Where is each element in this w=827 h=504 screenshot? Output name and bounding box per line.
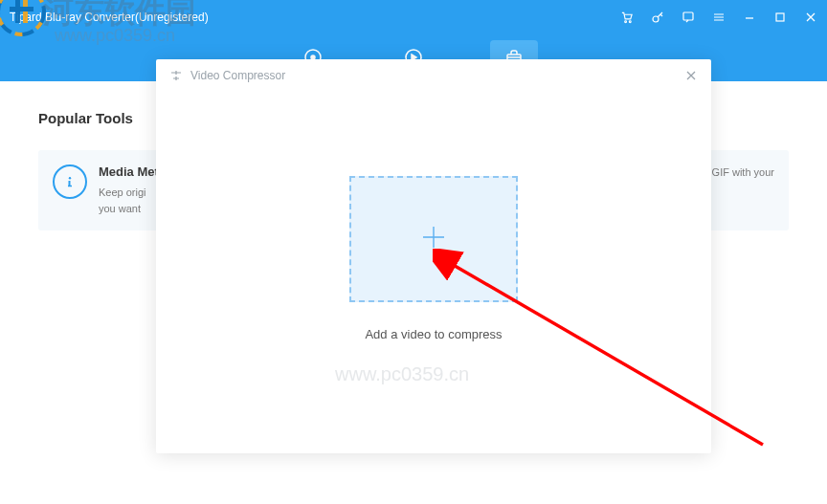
- minimize-icon[interactable]: [743, 11, 756, 24]
- title-bar-icons: [620, 11, 817, 24]
- compressor-icon: [169, 69, 183, 82]
- add-video-drop-zone[interactable]: [349, 176, 518, 302]
- svg-rect-3: [683, 12, 693, 20]
- info-icon: [53, 164, 87, 199]
- plus-icon: [417, 221, 450, 257]
- title-bar: Tipard Blu-ray Converter(Unregistered): [0, 0, 827, 33]
- close-icon[interactable]: [804, 11, 817, 24]
- video-compressor-modal: Video Compressor Add a video to compress: [156, 59, 711, 453]
- modal-header: Video Compressor: [156, 59, 711, 92]
- feedback-icon[interactable]: [682, 11, 695, 24]
- app-title: Tipard Blu-ray Converter(Unregistered): [10, 11, 620, 24]
- modal-body: Add a video to compress: [156, 92, 711, 453]
- svg-point-0: [625, 20, 627, 22]
- menu-icon[interactable]: [712, 11, 726, 24]
- svg-point-9: [69, 177, 71, 179]
- modal-close-icon[interactable]: [684, 69, 698, 82]
- svg-point-1: [629, 20, 631, 22]
- modal-title: Video Compressor: [190, 69, 285, 82]
- maximize-icon[interactable]: [773, 11, 787, 24]
- drop-zone-label: Add a video to compress: [365, 327, 502, 341]
- cart-icon[interactable]: [620, 11, 634, 24]
- key-icon[interactable]: [651, 11, 664, 24]
- svg-rect-4: [776, 13, 784, 21]
